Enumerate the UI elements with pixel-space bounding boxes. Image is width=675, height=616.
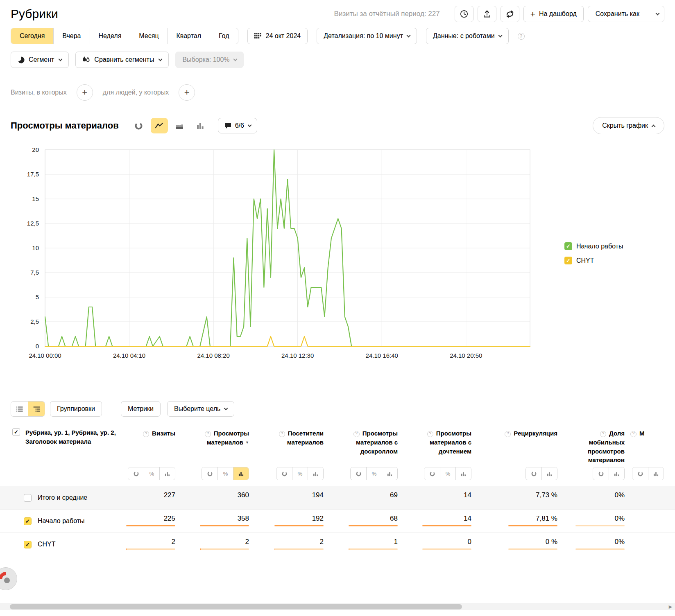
flat-list-view-button[interactable] [11, 402, 28, 416]
check-icon: ✓ [25, 519, 30, 524]
metrica-badge[interactable] [0, 567, 17, 590]
chart-type-pie-button[interactable] [130, 118, 147, 133]
tab-quarter[interactable]: Квартал [168, 28, 210, 44]
bars-toggle[interactable] [308, 467, 323, 480]
goal-select-dropdown[interactable]: Выберите цель [167, 401, 234, 417]
line-chart-icon [155, 122, 163, 129]
add-to-dashboard-button[interactable]: + На дашборд [523, 6, 584, 22]
select-all-checkbox[interactable]: ✓ [12, 428, 20, 436]
legend-checkbox[interactable]: ✓ [564, 257, 572, 264]
data-robots-dropdown[interactable]: Данные: с роботами [426, 28, 509, 44]
tab-yesterday[interactable]: Вчера [53, 28, 89, 44]
pie-toggle[interactable] [593, 467, 609, 480]
pie-toggle[interactable] [424, 467, 440, 480]
bars-toggle[interactable] [159, 467, 175, 480]
save-as-button[interactable]: Сохранить как [588, 6, 647, 22]
scrollbar-thumb[interactable] [10, 604, 462, 609]
column-header-cutoff[interactable]: ?М [630, 428, 675, 438]
column-header-mobile-share[interactable]: ?Доля мобильных просмотров материалов [563, 428, 630, 465]
comments-button[interactable]: 6/6 [218, 118, 257, 133]
help-icon[interactable]: ? [143, 431, 149, 437]
bars-toggle[interactable] [233, 467, 249, 480]
pie-mini-icon [356, 471, 361, 476]
tab-week[interactable]: Неделя [90, 28, 130, 44]
tree-view-button[interactable] [28, 402, 45, 416]
svg-text:17,5: 17,5 [27, 171, 39, 178]
help-icon[interactable]: ? [600, 431, 606, 437]
pie-toggle[interactable] [526, 467, 541, 480]
dimension-column-header: ✓ Рубрика, ур. 1, Рубрика, ур. 2, Заголо… [0, 428, 120, 446]
help-icon[interactable]: ? [630, 431, 636, 437]
bars-toggle[interactable] [648, 467, 664, 480]
bars-toggle[interactable] [455, 467, 471, 480]
cell-doscroll: 69 [329, 486, 403, 509]
tab-month[interactable]: Месяц [130, 28, 167, 44]
pie-toggle[interactable] [276, 467, 292, 480]
help-icon[interactable]: ? [505, 431, 511, 437]
tab-today[interactable]: Сегодня [11, 28, 53, 44]
column-header-dochtenie[interactable]: ?Просмотры материалов с дочтением [403, 428, 477, 456]
column-header-material-views[interactable]: ?Просмотры материалов▼ [181, 428, 255, 447]
column-header-material-visitors[interactable]: ?Посетители материалов [255, 428, 329, 447]
sampling-button[interactable]: Выборка: 100% [175, 52, 243, 68]
row-label: CHYT [38, 541, 56, 548]
date-picker-button[interactable]: 24 окт 2024 [247, 28, 308, 44]
detalization-dropdown[interactable]: Детализация: по 10 минут [317, 28, 417, 44]
percent-toggle[interactable]: % [217, 467, 233, 480]
compare-segments-button[interactable]: Сравнить сегменты [75, 52, 169, 68]
svg-text:0: 0 [36, 343, 39, 350]
pie-toggle[interactable] [128, 467, 144, 480]
tab-year[interactable]: Год [210, 28, 238, 44]
help-icon[interactable]: ? [205, 431, 211, 437]
horizontal-scrollbar[interactable]: ▶ [0, 603, 675, 610]
hide-chart-button[interactable]: Скрыть график [593, 117, 664, 134]
filter-row: Визиты, в которых + для людей, у которых… [0, 68, 675, 101]
percent-toggle[interactable]: % [144, 467, 159, 480]
bars-mini-icon [165, 471, 170, 476]
pie-toggle[interactable] [202, 467, 217, 480]
table-row: ✓ CHYT 2 2 2 1 0 0 % 0% [0, 533, 675, 556]
row-checkbox[interactable]: ✓ [24, 541, 32, 548]
help-icon[interactable]: ? [427, 431, 433, 437]
column-header-recirculation[interactable]: ?Рециркуляция [477, 428, 563, 438]
help-icon[interactable]: ? [518, 33, 525, 40]
pie-toggle[interactable] [351, 467, 366, 480]
percent-toggle[interactable]: % [292, 467, 308, 480]
row-checkbox[interactable]: ✓ [24, 494, 32, 502]
metrics-button[interactable]: Метрики [121, 401, 161, 417]
save-as-menu-button[interactable] [647, 6, 664, 22]
row-checkbox[interactable]: ✓ [24, 517, 32, 525]
add-people-filter-button[interactable]: + [179, 84, 195, 101]
help-icon[interactable]: ? [279, 431, 285, 437]
sort-desc-icon: ▼ [245, 440, 249, 445]
row-label: Начало работы [38, 517, 85, 525]
svg-text:2,5: 2,5 [30, 318, 39, 325]
legend-item-chyt[interactable]: ✓ CHYT [564, 257, 623, 264]
percent-toggle[interactable]: % [440, 467, 455, 480]
columns-chart-icon [196, 122, 204, 129]
bars-toggle[interactable] [382, 467, 397, 480]
legend-item-nachalo-raboty[interactable]: ✓ Начало работы [564, 242, 623, 250]
legend-checkbox[interactable]: ✓ [564, 242, 572, 250]
chart-type-line-button[interactable] [151, 118, 168, 133]
chevron-up-icon [652, 124, 656, 129]
segment-button[interactable]: Сегмент [11, 52, 69, 68]
column-header-doscroll[interactable]: ?Просмотры материалов с доскроллом [329, 428, 403, 456]
table-row: ✓ Начало работы 225 358 192 68 14 7,81 %… [0, 509, 675, 533]
bars-toggle[interactable] [609, 467, 624, 480]
cell-material-views: 358 [181, 510, 255, 533]
bars-toggle[interactable] [541, 467, 557, 480]
integrations-button[interactable] [501, 6, 519, 22]
column-header-visits[interactable]: ?Визиты [120, 428, 181, 438]
scrollbar-right-arrow-icon[interactable]: ▶ [667, 603, 674, 610]
history-button[interactable] [455, 6, 473, 22]
pie-toggle[interactable] [632, 467, 648, 480]
add-visits-filter-button[interactable]: + [77, 84, 93, 101]
help-icon[interactable]: ? [353, 431, 360, 437]
chart-type-area-button[interactable] [171, 118, 188, 133]
chart-type-columns-button[interactable] [192, 118, 209, 133]
percent-toggle[interactable]: % [366, 467, 382, 480]
export-button[interactable] [478, 6, 496, 22]
groupings-button[interactable]: Группировки [50, 401, 102, 417]
people-filter-label: для людей, у которых [103, 89, 169, 96]
